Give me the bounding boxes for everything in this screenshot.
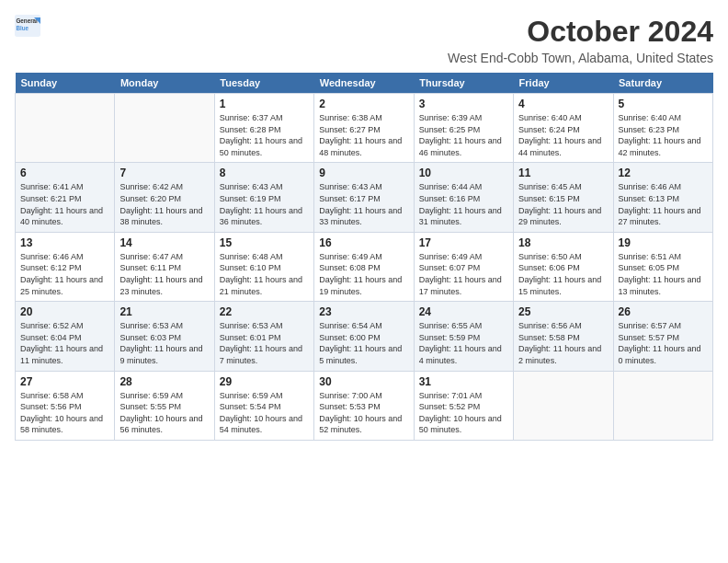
day-info: Sunrise: 6:49 AMSunset: 6:07 PMDaylight:… bbox=[419, 251, 508, 297]
day-info: Sunrise: 6:40 AMSunset: 6:24 PMDaylight:… bbox=[518, 112, 608, 158]
day-info: Sunrise: 6:42 AMSunset: 6:20 PMDaylight:… bbox=[119, 181, 209, 227]
cell-week1-day5: 4Sunrise: 6:40 AMSunset: 6:24 PMDaylight… bbox=[514, 94, 613, 163]
header-friday: Friday bbox=[514, 73, 613, 94]
header-tuesday: Tuesday bbox=[214, 73, 313, 94]
cell-week4-day3: 23Sunrise: 6:54 AMSunset: 6:00 PMDayligh… bbox=[314, 302, 414, 371]
day-number: 6 bbox=[20, 167, 109, 179]
cell-week1-day1 bbox=[115, 94, 214, 163]
cell-week2-day1: 7Sunrise: 6:42 AMSunset: 6:20 PMDaylight… bbox=[115, 163, 214, 232]
header-monday: Monday bbox=[115, 73, 214, 94]
cell-week3-day6: 19Sunrise: 6:51 AMSunset: 6:05 PMDayligh… bbox=[613, 232, 712, 301]
day-number: 15 bbox=[220, 236, 309, 249]
cell-week3-day0: 13Sunrise: 6:46 AMSunset: 6:12 PMDayligh… bbox=[16, 232, 115, 301]
cell-week4-day4: 24Sunrise: 6:55 AMSunset: 5:59 PMDayligh… bbox=[414, 302, 513, 371]
day-info: Sunrise: 6:40 AMSunset: 6:23 PMDaylight:… bbox=[619, 112, 708, 158]
day-number: 2 bbox=[319, 98, 408, 110]
cell-week3-day1: 14Sunrise: 6:47 AMSunset: 6:11 PMDayligh… bbox=[115, 232, 214, 301]
cell-week5-day5 bbox=[514, 371, 613, 440]
cell-week1-day3: 2Sunrise: 6:38 AMSunset: 6:27 PMDaylight… bbox=[314, 94, 414, 163]
day-info: Sunrise: 6:52 AMSunset: 6:04 PMDaylight:… bbox=[20, 320, 109, 366]
cell-week3-day3: 16Sunrise: 6:49 AMSunset: 6:08 PMDayligh… bbox=[314, 232, 414, 301]
cell-week4-day0: 20Sunrise: 6:52 AMSunset: 6:04 PMDayligh… bbox=[16, 302, 115, 371]
day-number: 5 bbox=[619, 98, 708, 110]
week-row-5: 27Sunrise: 6:58 AMSunset: 5:56 PMDayligh… bbox=[16, 371, 713, 440]
header-wednesday: Wednesday bbox=[314, 73, 414, 94]
day-info: Sunrise: 6:49 AMSunset: 6:08 PMDaylight:… bbox=[319, 251, 408, 297]
cell-week5-day6 bbox=[613, 371, 712, 440]
cell-week3-day4: 17Sunrise: 6:49 AMSunset: 6:07 PMDayligh… bbox=[414, 232, 513, 301]
title-block: October 2024 West End-Cobb Town, Alabama… bbox=[448, 15, 713, 65]
week-row-3: 13Sunrise: 6:46 AMSunset: 6:12 PMDayligh… bbox=[16, 232, 713, 301]
day-info: Sunrise: 6:43 AMSunset: 6:19 PMDaylight:… bbox=[220, 181, 309, 227]
day-number: 3 bbox=[419, 98, 508, 110]
day-info: Sunrise: 6:57 AMSunset: 5:57 PMDaylight:… bbox=[619, 320, 708, 366]
day-number: 11 bbox=[518, 167, 608, 179]
cell-week1-day4: 3Sunrise: 6:39 AMSunset: 6:25 PMDaylight… bbox=[414, 94, 513, 163]
cell-week4-day5: 25Sunrise: 6:56 AMSunset: 5:58 PMDayligh… bbox=[514, 302, 613, 371]
week-row-1: 1Sunrise: 6:37 AMSunset: 6:28 PMDaylight… bbox=[16, 94, 713, 163]
logo-icon: General Blue bbox=[15, 15, 40, 37]
day-info: Sunrise: 7:00 AMSunset: 5:53 PMDaylight:… bbox=[319, 390, 408, 436]
cell-week3-day2: 15Sunrise: 6:48 AMSunset: 6:10 PMDayligh… bbox=[214, 232, 313, 301]
day-number: 26 bbox=[619, 305, 708, 318]
day-number: 29 bbox=[220, 375, 309, 388]
day-number: 19 bbox=[619, 236, 708, 249]
day-info: Sunrise: 6:50 AMSunset: 6:06 PMDaylight:… bbox=[518, 251, 608, 297]
cell-week3-day5: 18Sunrise: 6:50 AMSunset: 6:06 PMDayligh… bbox=[514, 232, 613, 301]
day-info: Sunrise: 6:48 AMSunset: 6:10 PMDaylight:… bbox=[220, 251, 309, 297]
day-info: Sunrise: 6:46 AMSunset: 6:13 PMDaylight:… bbox=[619, 181, 708, 227]
cell-week2-day2: 8Sunrise: 6:43 AMSunset: 6:19 PMDaylight… bbox=[214, 163, 313, 232]
day-info: Sunrise: 6:56 AMSunset: 5:58 PMDaylight:… bbox=[518, 320, 608, 366]
day-number: 9 bbox=[319, 167, 408, 179]
day-info: Sunrise: 6:55 AMSunset: 5:59 PMDaylight:… bbox=[419, 320, 508, 366]
cell-week4-day1: 21Sunrise: 6:53 AMSunset: 6:03 PMDayligh… bbox=[115, 302, 214, 371]
cell-week4-day6: 26Sunrise: 6:57 AMSunset: 5:57 PMDayligh… bbox=[613, 302, 712, 371]
day-number: 20 bbox=[20, 305, 109, 318]
cell-week5-day1: 28Sunrise: 6:59 AMSunset: 5:55 PMDayligh… bbox=[115, 371, 214, 440]
page-subtitle: West End-Cobb Town, Alabama, United Stat… bbox=[448, 51, 713, 65]
day-info: Sunrise: 6:58 AMSunset: 5:56 PMDaylight:… bbox=[20, 390, 109, 436]
header-thursday: Thursday bbox=[414, 73, 513, 94]
week-row-4: 20Sunrise: 6:52 AMSunset: 6:04 PMDayligh… bbox=[16, 302, 713, 371]
day-info: Sunrise: 6:59 AMSunset: 5:55 PMDaylight:… bbox=[119, 390, 209, 436]
day-info: Sunrise: 6:59 AMSunset: 5:54 PMDaylight:… bbox=[220, 390, 309, 436]
day-info: Sunrise: 6:39 AMSunset: 6:25 PMDaylight:… bbox=[419, 112, 508, 158]
cell-week5-day0: 27Sunrise: 6:58 AMSunset: 5:56 PMDayligh… bbox=[16, 371, 115, 440]
cell-week1-day0 bbox=[16, 94, 115, 163]
day-number: 27 bbox=[20, 375, 109, 388]
cell-week5-day2: 29Sunrise: 6:59 AMSunset: 5:54 PMDayligh… bbox=[214, 371, 313, 440]
day-info: Sunrise: 7:01 AMSunset: 5:52 PMDaylight:… bbox=[419, 390, 508, 436]
day-info: Sunrise: 6:41 AMSunset: 6:21 PMDaylight:… bbox=[20, 181, 109, 227]
day-number: 28 bbox=[119, 375, 209, 388]
day-number: 22 bbox=[220, 305, 309, 318]
logo: General Blue bbox=[15, 15, 40, 37]
day-number: 21 bbox=[119, 305, 209, 318]
day-info: Sunrise: 6:38 AMSunset: 6:27 PMDaylight:… bbox=[319, 112, 408, 158]
day-number: 24 bbox=[419, 305, 508, 318]
day-number: 4 bbox=[518, 98, 608, 110]
day-number: 7 bbox=[119, 167, 209, 179]
day-number: 1 bbox=[220, 98, 309, 110]
day-info: Sunrise: 6:53 AMSunset: 6:03 PMDaylight:… bbox=[119, 320, 209, 366]
cell-week1-day6: 5Sunrise: 6:40 AMSunset: 6:23 PMDaylight… bbox=[613, 94, 712, 163]
header-saturday: Saturday bbox=[613, 73, 712, 94]
weekday-header-row: Sunday Monday Tuesday Wednesday Thursday… bbox=[16, 73, 713, 94]
day-number: 8 bbox=[220, 167, 309, 179]
day-info: Sunrise: 6:53 AMSunset: 6:01 PMDaylight:… bbox=[220, 320, 309, 366]
cell-week5-day4: 31Sunrise: 7:01 AMSunset: 5:52 PMDayligh… bbox=[414, 371, 513, 440]
week-row-2: 6Sunrise: 6:41 AMSunset: 6:21 PMDaylight… bbox=[16, 163, 713, 232]
day-number: 12 bbox=[619, 167, 708, 179]
day-info: Sunrise: 6:47 AMSunset: 6:11 PMDaylight:… bbox=[119, 251, 209, 297]
day-number: 17 bbox=[419, 236, 508, 249]
svg-text:Blue: Blue bbox=[16, 25, 28, 31]
header-sunday: Sunday bbox=[16, 73, 115, 94]
header: General Blue October 2024 West End-Cobb … bbox=[15, 15, 713, 65]
day-info: Sunrise: 6:37 AMSunset: 6:28 PMDaylight:… bbox=[220, 112, 309, 158]
day-number: 10 bbox=[419, 167, 508, 179]
day-number: 13 bbox=[20, 236, 109, 249]
day-number: 14 bbox=[119, 236, 209, 249]
day-number: 16 bbox=[319, 236, 408, 249]
cell-week2-day6: 12Sunrise: 6:46 AMSunset: 6:13 PMDayligh… bbox=[613, 163, 712, 232]
day-info: Sunrise: 6:45 AMSunset: 6:15 PMDaylight:… bbox=[518, 181, 608, 227]
day-info: Sunrise: 6:54 AMSunset: 6:00 PMDaylight:… bbox=[319, 320, 408, 366]
